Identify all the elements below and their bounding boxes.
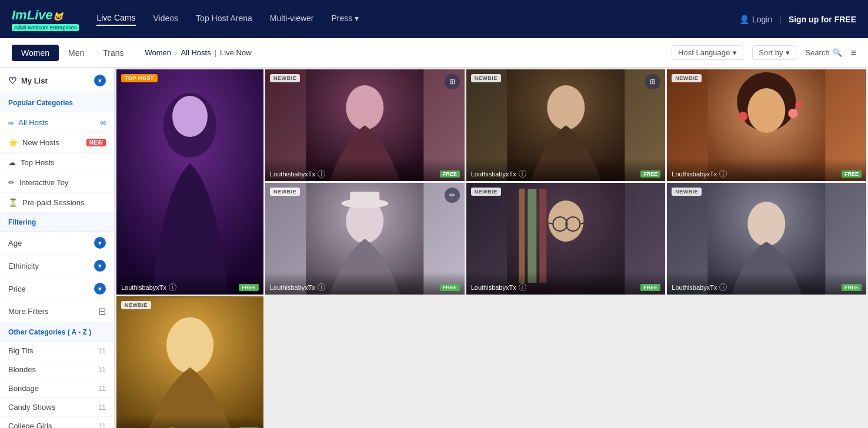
- thumb-large-main[interactable]: TOP HOST LouthisbabyxTx i FREE: [116, 69, 263, 295]
- svg-rect-19: [519, 189, 525, 283]
- svg-point-9: [748, 88, 786, 133]
- all-hosts-infinity: ∞: [100, 118, 106, 127]
- signup-button[interactable]: Sign up for FREE: [789, 15, 856, 24]
- my-list-row[interactable]: ♡ My List ▾: [0, 68, 114, 94]
- svg-point-31: [166, 317, 213, 373]
- nav-live-cams[interactable]: Live Cams: [96, 13, 135, 26]
- filter-more[interactable]: More Filters ⊟: [0, 300, 114, 323]
- tab-trans[interactable]: Trans: [94, 45, 133, 61]
- other-categories-title: Other Categories ( A - Z ): [0, 323, 114, 342]
- sidebar-item-top-hosts[interactable]: ☁ Top Hosts: [0, 153, 114, 173]
- main-layout: ♡ My List ▾ Popular Categories ∞ All Hos…: [0, 68, 868, 428]
- thumb-r1c3[interactable]: NEWBIE ⊞ LouthisbabyxTx i FREE: [466, 69, 666, 181]
- search-button[interactable]: Search 🔍: [805, 48, 842, 57]
- filtering-title: Filtering: [0, 213, 114, 232]
- new-hosts-badge: NEW: [86, 139, 106, 146]
- svg-point-10: [739, 112, 748, 121]
- content-area: TOP HOST LouthisbabyxTx i FREE NEW: [115, 68, 868, 428]
- login-button[interactable]: 👤 Login: [739, 15, 772, 24]
- thumb-footer: LouthisbabyxTx i FREE: [116, 272, 263, 295]
- thumb-action-grid[interactable]: ⊞: [445, 74, 460, 89]
- svg-point-4: [346, 85, 383, 130]
- prepaid-label: Pre-paid Sessions: [22, 198, 85, 207]
- tab-men[interactable]: Men: [59, 45, 94, 61]
- cat-big-tits[interactable]: Big Tits 11: [0, 342, 114, 360]
- thumb-r1c4[interactable]: NEWBIE LouthisbabyxTx i FREE: [667, 69, 866, 181]
- grid-complex: TOP HOST LouthisbabyxTx i FREE NEW: [115, 68, 868, 428]
- logo-text: ImLive🐱: [12, 8, 63, 23]
- svg-point-2: [172, 96, 208, 137]
- sliders-icon: ⊟: [98, 306, 106, 317]
- main-nav: Live Cams Videos Top Host Arena Multi-vi…: [96, 13, 722, 26]
- breadcrumb-all-hosts[interactable]: All Hosts: [181, 48, 211, 57]
- interactive-toy-icon: ✏: [8, 178, 15, 187]
- sub-header: Women Men Trans Women › All Hosts | Live…: [0, 38, 868, 68]
- svg-point-11: [796, 101, 803, 108]
- thumb-name: LouthisbabyxTx i: [121, 283, 176, 291]
- cat-college-girls[interactable]: College Girls 11: [0, 417, 114, 428]
- logo-subtitle: Adult Webcam Enterprises: [12, 24, 79, 31]
- logo[interactable]: ImLive🐱 Adult Webcam Enterprises: [12, 8, 79, 31]
- svg-point-29: [748, 202, 786, 246]
- nav-press[interactable]: Press ▾: [332, 14, 359, 25]
- thumb-r2c1[interactable]: NEWBIE ✏ LouthisbabyxTx i FREE: [265, 183, 465, 295]
- thumb-r2c3[interactable]: NEWBIE LouthisbabyxTx i FREE: [667, 183, 866, 295]
- thumb-bg-svg: [116, 69, 263, 295]
- sidebar-item-prepaid[interactable]: ⏳ Pre-paid Sessions: [0, 193, 114, 213]
- filter-price[interactable]: Price ▾: [0, 277, 114, 300]
- thumb-r1c2[interactable]: NEWBIE ⊞ LouthisbabyxTx i FREE: [265, 69, 465, 181]
- new-hosts-icon: ⭐: [8, 138, 18, 147]
- thumb-action-pencil[interactable]: ✏: [445, 188, 460, 203]
- tab-women[interactable]: Women: [12, 45, 59, 61]
- sidebar-item-interactive-toy[interactable]: ✏ Interactive Toy: [0, 173, 114, 193]
- thumb-badge-tophot: TOP HOST: [121, 74, 158, 82]
- sidebar-item-all-hosts[interactable]: ∞ All Hosts ∞: [0, 112, 114, 133]
- cat-candy-shows[interactable]: Candy Shows 11: [0, 398, 114, 417]
- svg-point-6: [547, 85, 585, 130]
- thumb-r2c4[interactable]: NEWBIE LouthisbabyxTx i FREE: [116, 296, 263, 428]
- svg-rect-16: [350, 192, 379, 205]
- heart-icon: ♡: [8, 75, 16, 86]
- filter-age[interactable]: Age ▾: [0, 232, 114, 255]
- header: ImLive🐱 Adult Webcam Enterprises Live Ca…: [0, 0, 868, 38]
- cat-blondes[interactable]: Blondes 11: [0, 360, 114, 379]
- gender-tabs: Women Men Trans: [12, 45, 133, 61]
- thumb-r2c2[interactable]: NEWBIE LouthisbabyxTx i FREE: [466, 183, 666, 295]
- header-auth: 👤 Login | Sign up for FREE: [739, 15, 856, 24]
- new-hosts-label: New Hosts: [22, 138, 59, 147]
- my-list-chevron: ▾: [94, 75, 106, 86]
- host-language-filter[interactable]: Host Language ▾: [672, 45, 743, 60]
- top-hosts-label: Top Hosts: [21, 158, 55, 167]
- sidebar-item-new-hosts[interactable]: ⭐ New Hosts NEW: [0, 133, 114, 153]
- breadcrumb-women[interactable]: Women: [145, 48, 172, 57]
- thumb-badge: NEWBIE: [270, 74, 300, 82]
- cat-bondage[interactable]: Bondage 11: [0, 379, 114, 398]
- top-hosts-icon: ☁: [8, 158, 16, 167]
- nav-top-host-arena[interactable]: Top Host Arena: [196, 14, 252, 25]
- breadcrumb: Women › All Hosts | Live Now: [145, 48, 252, 57]
- sidebar: ♡ My List ▾ Popular Categories ∞ All Hos…: [0, 68, 115, 428]
- filter-ethnicity[interactable]: Ethinicity ▾: [0, 255, 114, 277]
- nav-multi-viewer[interactable]: Multi-viewer: [270, 14, 314, 25]
- sub-header-controls: Host Language ▾ Sort by ▾ Search 🔍 ≡: [672, 45, 856, 60]
- svg-rect-21: [539, 189, 546, 283]
- free-badge: FREE: [239, 284, 259, 291]
- prepaid-icon: ⏳: [8, 198, 18, 207]
- list-view-icon[interactable]: ≡: [851, 48, 856, 58]
- breadcrumb-current: Live Now: [220, 48, 251, 57]
- all-hosts-label: All Hosts: [18, 118, 48, 127]
- nav-videos[interactable]: Videos: [153, 14, 179, 25]
- interactive-toy-label: Interactive Toy: [19, 178, 69, 187]
- svg-point-12: [789, 109, 798, 118]
- svg-rect-20: [528, 189, 536, 283]
- my-list-label: My List: [21, 76, 48, 85]
- sort-by-filter[interactable]: Sort by ▾: [752, 45, 796, 60]
- popular-categories-title: Popular Categories: [0, 94, 114, 112]
- all-hosts-icon: ∞: [8, 118, 14, 127]
